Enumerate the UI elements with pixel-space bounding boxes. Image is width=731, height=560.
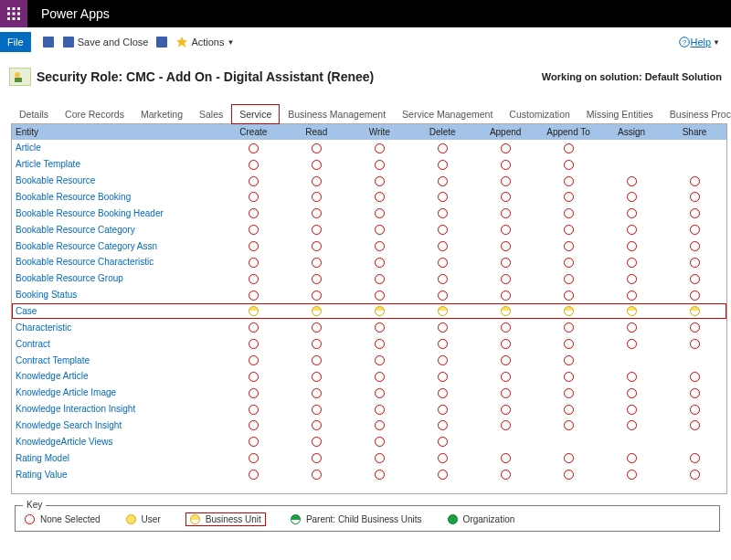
entity-name-cell[interactable]: Contract xyxy=(12,335,222,352)
privilege-cell[interactable] xyxy=(537,385,600,401)
privilege-cell[interactable] xyxy=(411,368,474,385)
privilege-cell[interactable] xyxy=(411,221,474,238)
help-button[interactable]: ? Help ▼ xyxy=(679,37,720,48)
entity-name-cell[interactable]: Rating Model xyxy=(12,449,222,466)
privilege-cell[interactable] xyxy=(600,368,663,385)
privilege-cell[interactable] xyxy=(348,270,411,287)
privilege-cell[interactable] xyxy=(348,287,411,303)
privilege-cell[interactable] xyxy=(474,319,537,335)
privilege-cell[interactable] xyxy=(222,270,285,287)
tab-core-records[interactable]: Core Records xyxy=(57,104,132,124)
privilege-cell[interactable] xyxy=(600,173,663,189)
privilege-cell[interactable] xyxy=(474,189,537,206)
privilege-cell[interactable] xyxy=(600,466,663,482)
privilege-cell[interactable] xyxy=(663,156,726,173)
privilege-cell[interactable] xyxy=(474,156,537,173)
privilege-cell[interactable] xyxy=(474,433,537,449)
privilege-cell[interactable] xyxy=(411,303,474,320)
privilege-cell[interactable] xyxy=(222,221,285,238)
privilege-cell[interactable] xyxy=(474,401,537,417)
privilege-cell[interactable] xyxy=(285,205,348,221)
privilege-cell[interactable] xyxy=(222,352,285,368)
privilege-cell[interactable] xyxy=(348,189,411,206)
save-button[interactable] xyxy=(41,35,56,49)
privilege-cell[interactable] xyxy=(411,417,474,434)
privilege-cell[interactable] xyxy=(285,140,348,156)
privilege-cell[interactable] xyxy=(663,205,726,221)
privilege-cell[interactable] xyxy=(663,303,726,320)
privilege-cell[interactable] xyxy=(663,335,726,352)
entity-name-cell[interactable]: Knowledge Interaction Insight xyxy=(12,401,222,417)
privilege-cell[interactable] xyxy=(600,401,663,417)
privilege-cell[interactable] xyxy=(537,303,600,320)
privilege-cell[interactable] xyxy=(600,205,663,221)
privilege-cell[interactable] xyxy=(600,319,663,335)
privilege-cell[interactable] xyxy=(411,449,474,466)
privilege-cell[interactable] xyxy=(537,270,600,287)
privilege-cell[interactable] xyxy=(222,449,285,466)
entity-name-cell[interactable]: Knowledge Article xyxy=(12,368,222,385)
privilege-cell[interactable] xyxy=(474,140,537,156)
privilege-cell[interactable] xyxy=(600,385,663,401)
privilege-cell[interactable] xyxy=(222,303,285,320)
privilege-cell[interactable] xyxy=(474,449,537,466)
privilege-cell[interactable] xyxy=(285,335,348,352)
privilege-cell[interactable] xyxy=(285,173,348,189)
privilege-cell[interactable] xyxy=(537,254,600,270)
privilege-cell[interactable] xyxy=(663,270,726,287)
privilege-cell[interactable] xyxy=(663,254,726,270)
privilege-cell[interactable] xyxy=(411,352,474,368)
entity-name-cell[interactable]: Bookable Resource Group xyxy=(12,270,222,287)
app-launcher-button[interactable] xyxy=(0,0,27,27)
privilege-cell[interactable] xyxy=(411,156,474,173)
tab-business-management[interactable]: Business Management xyxy=(280,104,394,124)
entity-name-cell[interactable]: Contract Template xyxy=(12,352,222,368)
privilege-cell[interactable] xyxy=(285,401,348,417)
privilege-cell[interactable] xyxy=(348,303,411,320)
privilege-cell[interactable] xyxy=(285,417,348,434)
privilege-cell[interactable] xyxy=(537,238,600,254)
privilege-cell[interactable] xyxy=(537,449,600,466)
privilege-cell[interactable] xyxy=(348,417,411,434)
privilege-cell[interactable] xyxy=(222,417,285,434)
privilege-cell[interactable] xyxy=(600,140,663,156)
tab-marketing[interactable]: Marketing xyxy=(132,104,191,124)
privilege-cell[interactable] xyxy=(663,352,726,368)
tab-business-process-flows[interactable]: Business Process Flows xyxy=(662,104,731,124)
privilege-cell[interactable] xyxy=(348,385,411,401)
entity-name-cell[interactable]: Bookable Resource Booking xyxy=(12,189,222,206)
entity-name-cell[interactable]: Bookable Resource Booking Header xyxy=(12,205,222,221)
privilege-cell[interactable] xyxy=(411,205,474,221)
privilege-cell[interactable] xyxy=(600,189,663,206)
privilege-cell[interactable] xyxy=(222,335,285,352)
privilege-cell[interactable] xyxy=(285,189,348,206)
privilege-cell[interactable] xyxy=(222,140,285,156)
privilege-cell[interactable] xyxy=(411,433,474,449)
privilege-cell[interactable] xyxy=(537,205,600,221)
privilege-cell[interactable] xyxy=(222,173,285,189)
privilege-cell[interactable] xyxy=(285,254,348,270)
privilege-cell[interactable] xyxy=(537,287,600,303)
privilege-cell[interactable] xyxy=(411,254,474,270)
tab-missing-entities[interactable]: Missing Entities xyxy=(578,104,662,124)
privilege-cell[interactable] xyxy=(222,319,285,335)
tab-customization[interactable]: Customization xyxy=(501,104,578,124)
grid-scroll-area[interactable]: EntityCreateReadWriteDeleteAppendAppend … xyxy=(12,124,726,493)
privilege-cell[interactable] xyxy=(348,238,411,254)
privilege-cell[interactable] xyxy=(222,433,285,449)
privilege-cell[interactable] xyxy=(222,205,285,221)
privilege-cell[interactable] xyxy=(663,368,726,385)
privilege-cell[interactable] xyxy=(600,270,663,287)
entity-name-cell[interactable]: Knowledge Search Insight xyxy=(12,417,222,434)
privilege-cell[interactable] xyxy=(411,466,474,482)
tab-service-management[interactable]: Service Management xyxy=(394,104,501,124)
privilege-cell[interactable] xyxy=(600,238,663,254)
privilege-cell[interactable] xyxy=(663,466,726,482)
entity-name-cell[interactable]: Article xyxy=(12,140,222,156)
privilege-cell[interactable] xyxy=(285,238,348,254)
privilege-cell[interactable] xyxy=(474,385,537,401)
privilege-cell[interactable] xyxy=(222,238,285,254)
privilege-cell[interactable] xyxy=(663,189,726,206)
entity-name-cell[interactable]: Bookable Resource Characteristic xyxy=(12,254,222,270)
privilege-cell[interactable] xyxy=(537,173,600,189)
